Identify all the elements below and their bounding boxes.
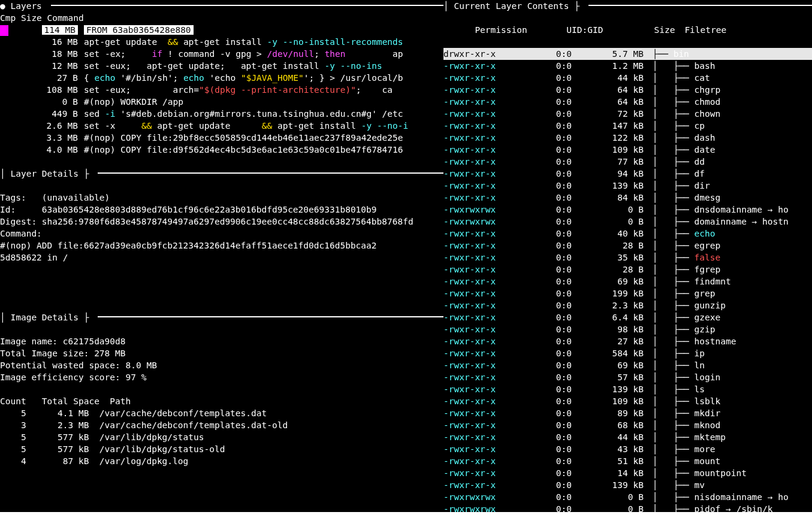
filetree-row[interactable]: -rwxr-xr-x0:0109 kB │ ├── lsblk bbox=[443, 395, 812, 407]
wasted-header: Count Total Space Path bbox=[0, 395, 443, 407]
filetree-row[interactable]: -rwxr-xr-x0:069 kB │ ├── ln bbox=[443, 359, 812, 371]
filetree-row[interactable]: -rwxr-xr-x0:028 B │ ├── egrep bbox=[443, 240, 812, 252]
wasted-list: 5 4.1 MB /var/cache/debconf/templates.da… bbox=[0, 407, 443, 467]
image-total: Total Image size: 278 MB bbox=[0, 347, 443, 359]
wasted-row: 5 577 kB /var/lib/dpkg/status bbox=[0, 431, 443, 443]
col-tree: Filetree bbox=[678, 25, 726, 35]
filetree-row[interactable]: -rwxr-xr-x0:02.3 kB │ ├── gunzip bbox=[443, 299, 812, 311]
filetree-row[interactable]: -rwxr-xr-x0:01.2 MB │ ├── bash bbox=[443, 60, 812, 72]
image-details-title: │ Image Details ├ bbox=[0, 313, 89, 322]
wasted-row: 5 577 kB /var/lib/dpkg/status-old bbox=[0, 443, 443, 455]
col-size: Size bbox=[612, 24, 678, 36]
col-uid: UID:GID bbox=[553, 24, 612, 36]
image-eff: Image efficiency score: 97 % bbox=[0, 371, 443, 383]
filetree-row[interactable]: -rwxr-xr-x0:0147 kB │ ├── cp bbox=[443, 120, 812, 132]
filetree-row[interactable]: -rwxr-xr-x0:0584 kB │ ├── ip bbox=[443, 347, 812, 359]
filetree-row[interactable]: -rwxr-xr-x0:051 kB │ ├── mount bbox=[443, 455, 812, 467]
filetree-columns: PermissionUID:GIDSizeFiletree bbox=[443, 12, 812, 48]
layer-row[interactable]: 0 B#(nop) WORKDIR /app bbox=[0, 96, 443, 108]
filetree-row[interactable]: -rwxr-xr-x0:06.4 kB │ ├── gzexe bbox=[443, 311, 812, 323]
layer-cmd-body: #(nop) ADD file:6627ad39ea0cb9fcb2123423… bbox=[0, 240, 443, 263]
filetree-row[interactable]: -rwxr-xr-x0:094 kB │ ├── df bbox=[443, 168, 812, 180]
layers-section-header: ● Layers bbox=[0, 0, 443, 12]
filetree-row[interactable]: -rwxr-xr-x0:064 kB │ ├── chmod bbox=[443, 96, 812, 108]
layer-row[interactable]: 2.6 MBset -x && apt-get update && apt-ge… bbox=[0, 120, 443, 132]
filetree-row[interactable]: -rwxr-xr-x0:0139 kB │ ├── ls bbox=[443, 383, 812, 395]
filetree-row[interactable]: -rwxr-xr-x0:064 kB │ ├── chgrp bbox=[443, 84, 812, 96]
current-layer-title: │ Current Layer Contents ├ bbox=[443, 1, 579, 11]
layer-details-header: │ Layer Details ├ bbox=[0, 168, 443, 180]
filetree-row[interactable]: -rwxr-xr-x0:057 kB │ ├── login bbox=[443, 371, 812, 383]
layer-row[interactable]: 27 B{ echo '#/bin/sh'; echo 'echo "$JAVA… bbox=[0, 72, 443, 84]
wasted-row: 5 4.1 MB /var/cache/debconf/templates.da… bbox=[0, 407, 443, 419]
layer-row[interactable]: 114 MBFROM 63ab0365428e880 bbox=[0, 24, 443, 36]
filetree-row[interactable]: -rwxr-xr-x0:035 kB │ ├── false bbox=[443, 252, 812, 263]
layer-row[interactable]: 3.3 MB#(nop) COPY file:29bf8ecc505859cd1… bbox=[0, 132, 443, 144]
layer-row[interactable]: 4.0 MB#(nop) COPY file:d9f562d4ec4bc5d3e… bbox=[0, 144, 443, 156]
filetree-row[interactable]: -rwxrwxrwx0:00 B │ ├── dnsdomainname → h… bbox=[443, 204, 812, 216]
layers-list[interactable]: 114 MBFROM 63ab0365428e88016 MBapt-get u… bbox=[0, 24, 443, 156]
layer-cmd-label: Command: bbox=[0, 228, 443, 240]
layer-row[interactable]: 449 Bsed -i 's#deb.debian.org#mirrors.tu… bbox=[0, 108, 443, 120]
filetree-row[interactable]: -rwxr-xr-x0:072 kB │ ├── chown bbox=[443, 108, 812, 120]
layer-digest: Digest: sha256:9780f6d83e45878749497a629… bbox=[0, 216, 443, 228]
filetree-row[interactable]: -rwxr-xr-x0:014 kB │ ├── mountpoint bbox=[443, 467, 812, 479]
col-perm: Permission bbox=[475, 24, 553, 36]
wasted-row: 4 87 kB /var/log/dpkg.log bbox=[0, 455, 443, 467]
layer-row[interactable]: 16 MBapt-get update && apt-get install -… bbox=[0, 36, 443, 48]
filetree-row[interactable]: -rwxr-xr-x0:0199 kB │ ├── grep bbox=[443, 287, 812, 299]
filetree-list[interactable]: drwxr-xr-x0:05.7 MB ├── bin-rwxr-xr-x0:0… bbox=[443, 48, 812, 512]
filetree-row[interactable]: -rwxr-xr-x0:069 kB │ ├── findmnt bbox=[443, 275, 812, 287]
filetree-row[interactable]: -rwxrwxrwx0:00 B │ ├── nisdomainname → h… bbox=[443, 491, 812, 503]
filetree-row[interactable]: -rwxr-xr-x0:0139 kB │ ├── dir bbox=[443, 180, 812, 192]
current-layer-header: │ Current Layer Contents ├ bbox=[443, 0, 812, 12]
filetree-row[interactable]: -rwxr-xr-x0:0109 kB │ ├── date bbox=[443, 144, 812, 156]
filetree-row[interactable]: -rwxr-xr-x0:0139 kB │ ├── mv bbox=[443, 479, 812, 491]
layers-columns: Cmp Size Command bbox=[0, 12, 443, 24]
image-details-header: │ Image Details ├ bbox=[0, 311, 443, 323]
layers-title: ● Layers bbox=[0, 1, 42, 11]
filetree-row[interactable]: -rwxrwxrwx0:00 B │ ├── domainname → host… bbox=[443, 216, 812, 228]
filetree-row[interactable]: -rwxr-xr-x0:077 kB │ ├── dd bbox=[443, 156, 812, 168]
layer-row[interactable]: 108 MBset -eux; arch="$(dpkg --print-arc… bbox=[0, 84, 443, 96]
footer-bar: ^C QuitTab Switch view^F Filter^L Show l… bbox=[0, 512, 812, 524]
filetree-row[interactable]: -rwxrwxrwx0:00 B │ ├── pidof → /sbin/k bbox=[443, 503, 812, 512]
filetree-row[interactable]: -rwxr-xr-x0:028 B │ ├── fgrep bbox=[443, 263, 812, 275]
filetree-row[interactable]: -rwxr-xr-x0:044 kB │ ├── cat bbox=[443, 72, 812, 84]
filetree-row[interactable]: -rwxr-xr-x0:040 kB │ ├── echo bbox=[443, 228, 812, 240]
filetree-row[interactable]: -rwxr-xr-x0:068 kB │ ├── mknod bbox=[443, 419, 812, 431]
filetree-row[interactable]: -rwxr-xr-x0:044 kB │ ├── mktemp bbox=[443, 431, 812, 443]
layer-tags: Tags: (unavailable) bbox=[0, 192, 443, 204]
layer-id: Id: 63ab0365428e8803d889ed76b1cf96c6e22a… bbox=[0, 204, 443, 216]
left-panel: ● Layers Cmp Size Command 114 MBFROM 63a… bbox=[0, 0, 443, 512]
wasted-row: 3 2.3 MB /var/cache/debconf/templates.da… bbox=[0, 419, 443, 431]
right-panel: │ Current Layer Contents ├ PermissionUID… bbox=[443, 0, 812, 512]
filetree-row[interactable]: -rwxr-xr-x0:089 kB │ ├── mkdir bbox=[443, 407, 812, 419]
filetree-row[interactable]: -rwxr-xr-x0:084 kB │ ├── dmesg bbox=[443, 192, 812, 204]
filetree-row[interactable]: -rwxr-xr-x0:0122 kB │ ├── dash bbox=[443, 132, 812, 144]
filetree-row[interactable]: drwxr-xr-x0:05.7 MB ├── bin bbox=[443, 48, 812, 60]
filetree-row[interactable]: -rwxr-xr-x0:098 kB │ ├── gzip bbox=[443, 323, 812, 335]
layer-row[interactable]: 12 MBset -eux; apt-get update; apt-get i… bbox=[0, 60, 443, 72]
layer-row[interactable]: 18 MBset -ex; if ! command -v gpg > /dev… bbox=[0, 48, 443, 60]
filetree-row[interactable]: -rwxr-xr-x0:043 kB │ ├── more bbox=[443, 443, 812, 455]
image-wasted: Potential wasted space: 8.0 MB bbox=[0, 359, 443, 371]
filetree-row[interactable]: -rwxr-xr-x0:027 kB │ ├── hostname bbox=[443, 335, 812, 347]
image-name: Image name: c62175da90d8 bbox=[0, 335, 443, 347]
layer-details-title: │ Layer Details ├ bbox=[0, 169, 89, 178]
